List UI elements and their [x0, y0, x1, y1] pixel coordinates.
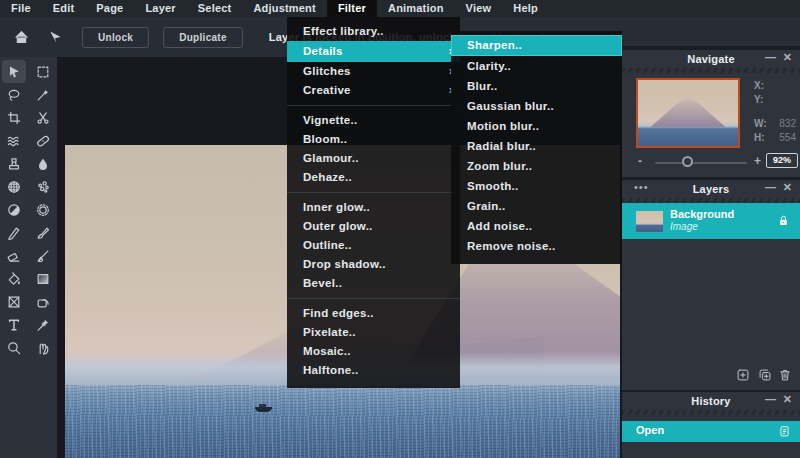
history-entry-open[interactable]: Open: [622, 421, 800, 442]
filter-item-glitches[interactable]: Glitches ›: [287, 62, 460, 81]
tool-heal[interactable]: [31, 129, 55, 152]
home-icon[interactable]: [8, 24, 34, 50]
add-layer-icon[interactable]: [736, 368, 750, 386]
submenu-item-zoom-blur[interactable]: Zoom blur..: [451, 156, 622, 176]
tool-dodge-burn[interactable]: [2, 198, 26, 221]
filter-item-effect-library[interactable]: Effect library..: [287, 22, 460, 41]
heal-bandage-icon: [35, 133, 51, 149]
menu-select[interactable]: Select: [187, 0, 243, 17]
menu-animation[interactable]: Animation: [377, 0, 455, 17]
cutout-scissors-icon: [35, 110, 51, 126]
pointer-icon[interactable]: [42, 24, 68, 50]
delete-layer-icon[interactable]: [778, 368, 792, 386]
frame-icon: [6, 294, 22, 310]
pixlr-app: Unlock Duplicate Layer is locked in posi…: [0, 0, 800, 458]
zoom-out-button[interactable]: -: [638, 154, 642, 168]
dodge-burn-icon: [6, 202, 22, 218]
menu-view[interactable]: View: [455, 0, 503, 17]
tool-cutout[interactable]: [31, 106, 55, 129]
submenu-item-grain[interactable]: Grain..: [451, 196, 622, 216]
tool-eraser[interactable]: [2, 244, 26, 267]
menu-item-label: Details: [303, 45, 343, 57]
zoom-level-value[interactable]: 92%: [766, 153, 798, 168]
tool-wand[interactable]: [31, 83, 55, 106]
filter-item-dehaze[interactable]: Dehaze..: [287, 168, 460, 187]
filter-item-bloom[interactable]: Bloom..: [287, 130, 460, 149]
more-options-icon[interactable]: •••: [634, 181, 649, 193]
submenu-item-blur[interactable]: Blur..: [451, 76, 622, 96]
filter-item-find-edges[interactable]: Find edges..: [287, 304, 460, 323]
close-icon[interactable]: ✕: [783, 393, 792, 406]
layers-panel-header: ••• Layers — ✕: [622, 180, 800, 198]
filter-item-glamour[interactable]: Glamour..: [287, 149, 460, 168]
submenu-item-smooth[interactable]: Smooth..: [451, 176, 622, 196]
menu-file[interactable]: File: [0, 0, 42, 17]
filter-item-inner-glow[interactable]: Inner glow..: [287, 198, 460, 217]
filter-item-details[interactable]: Details ›: [287, 41, 460, 62]
lock-icon[interactable]: [777, 213, 790, 232]
filter-item-halftone[interactable]: Halftone..: [287, 361, 460, 380]
filter-item-outer-glow[interactable]: Outer glow..: [287, 217, 460, 236]
tool-zoom[interactable]: [2, 336, 26, 359]
zoom-in-button[interactable]: +: [754, 154, 761, 168]
filter-item-creative[interactable]: Creative ›: [287, 81, 460, 100]
menu-adjustment[interactable]: Adjustment: [242, 0, 327, 17]
tool-draw[interactable]: [31, 221, 55, 244]
layer-row-background[interactable]: Background Image: [622, 203, 800, 239]
submenu-item-gaussian-blur[interactable]: Gaussian blur..: [451, 96, 622, 116]
menu-edit[interactable]: Edit: [42, 0, 86, 17]
zoom-slider-track[interactable]: [655, 162, 747, 164]
disperse-dots-icon: [35, 179, 51, 195]
minimize-icon[interactable]: —: [765, 393, 776, 405]
duplicate-button[interactable]: Duplicate: [163, 27, 243, 48]
tool-temperature[interactable]: [31, 198, 55, 221]
sea-area: [65, 385, 620, 458]
submenu-item-clarity[interactable]: Clarity..: [451, 56, 622, 76]
tool-disperse[interactable]: [31, 175, 55, 198]
tool-liquify[interactable]: [2, 129, 26, 152]
submenu-item-remove-noise[interactable]: Remove noise..: [451, 236, 622, 256]
tool-brush[interactable]: [31, 244, 55, 267]
tool-blur[interactable]: [31, 152, 55, 175]
minimize-icon[interactable]: —: [765, 181, 776, 193]
filter-item-outline[interactable]: Outline..: [287, 236, 460, 255]
tool-marquee[interactable]: [31, 60, 55, 83]
unlock-button[interactable]: Unlock: [82, 27, 149, 48]
tool-hand[interactable]: [31, 336, 55, 359]
tool-gradient[interactable]: [31, 267, 55, 290]
menu-separator: [287, 192, 460, 193]
close-icon[interactable]: ✕: [783, 51, 792, 64]
tool-frame[interactable]: [2, 290, 26, 313]
tool-clone[interactable]: [2, 152, 26, 175]
layer-thumbnail: [636, 211, 663, 232]
submenu-item-sharpen[interactable]: Sharpen..: [451, 35, 622, 56]
navigate-thumbnail[interactable]: [636, 78, 740, 148]
menu-layer[interactable]: Layer: [134, 0, 186, 17]
menu-page[interactable]: Page: [85, 0, 134, 17]
filter-item-pixelate[interactable]: Pixelate..: [287, 323, 460, 342]
menu-filter[interactable]: Filter: [327, 0, 377, 17]
tool-shape[interactable]: [31, 290, 55, 313]
filter-item-drop-shadow[interactable]: Drop shadow..: [287, 255, 460, 274]
tool-arrange[interactable]: [2, 60, 26, 83]
temperature-gear-icon: [35, 202, 51, 218]
minimize-icon[interactable]: —: [765, 51, 776, 63]
zoom-slider-knob[interactable]: [682, 156, 693, 167]
tool-pen[interactable]: [2, 221, 26, 244]
close-icon[interactable]: ✕: [783, 181, 792, 194]
submenu-item-add-noise[interactable]: Add noise..: [451, 216, 622, 236]
submenu-item-radial-blur[interactable]: Radial blur..: [451, 136, 622, 156]
tool-picker[interactable]: [31, 313, 55, 336]
filter-item-mosaic[interactable]: Mosaic..: [287, 342, 460, 361]
clone-stamp-icon: [6, 156, 22, 172]
menu-help[interactable]: Help: [502, 0, 549, 17]
tool-text[interactable]: [2, 313, 26, 336]
filter-item-bevel[interactable]: Bevel..: [287, 274, 460, 293]
duplicate-layer-icon[interactable]: [758, 368, 772, 386]
submenu-item-motion-blur[interactable]: Motion blur..: [451, 116, 622, 136]
tool-crop[interactable]: [2, 106, 26, 129]
tool-fill[interactable]: [2, 267, 26, 290]
tool-detail[interactable]: [2, 175, 26, 198]
tool-lasso[interactable]: [2, 83, 26, 106]
filter-item-vignette[interactable]: Vignette..: [287, 111, 460, 130]
